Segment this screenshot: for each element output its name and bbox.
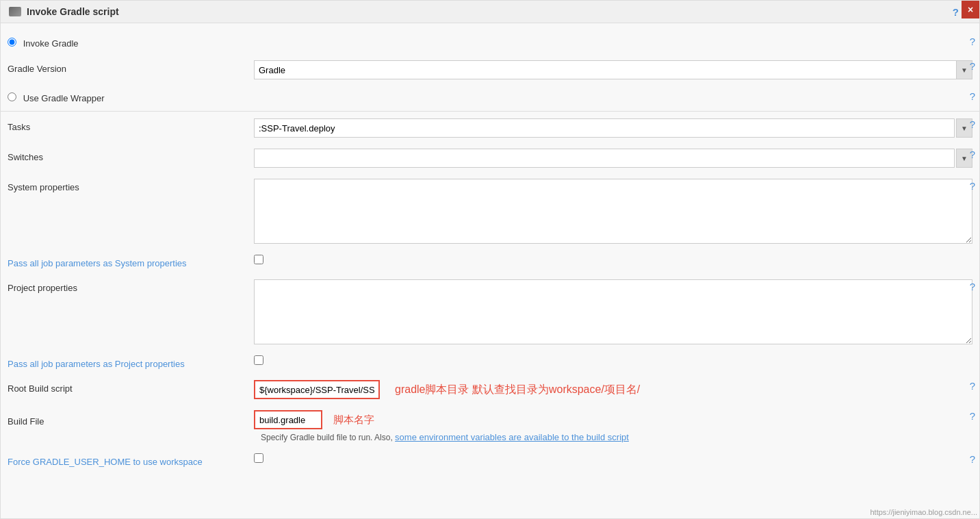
use-gradle-wrapper-label: Use Gradle Wrapper [23, 93, 105, 103]
panel-header: Invoke Gradle script ? × [1, 1, 979, 23]
invoke-gradle-panel: Invoke Gradle script ? × Invoke Gradle ?… [0, 0, 980, 519]
use-gradle-wrapper-row: Use Gradle Wrapper ? [1, 85, 979, 110]
invoke-gradle-row: Invoke Gradle ? [1, 30, 979, 55]
pass-all-system-label: Pass all job parameters as System proper… [8, 258, 187, 268]
root-build-script-label-col: Root Build script [8, 380, 254, 394]
pass-all-project-input-col [254, 355, 972, 365]
project-properties-textarea[interactable] [254, 279, 972, 344]
switches-input[interactable] [254, 149, 955, 168]
tasks-label-col: Tasks [8, 118, 254, 132]
build-file-row: Build File 脚本名字 ? Specify Gradle build f… [1, 405, 979, 448]
form-body: Invoke Gradle ? Gradle Version Gradle ▼ … [1, 23, 979, 479]
tasks-row: Tasks ▼ ? [1, 113, 979, 143]
force-gradle-label: Force GRADLE_USER_HOME to use workspace [8, 457, 203, 467]
gradle-header-icon [9, 7, 21, 16]
tasks-input-col: ▼ [254, 118, 972, 138]
pass-all-system-input-col [254, 255, 972, 264]
force-gradle-checkbox[interactable] [254, 453, 263, 463]
pass-all-system-label-col: Pass all job parameters as System proper… [8, 255, 254, 268]
system-properties-textarea[interactable] [254, 179, 972, 244]
pass-all-project-label: Pass all job parameters as Project prope… [8, 359, 185, 369]
use-gradle-wrapper-help-icon[interactable]: ? [970, 90, 975, 102]
switches-row: Switches ▼ ? [1, 143, 979, 173]
force-gradle-row: Force GRADLE_USER_HOME to use workspace … [1, 448, 979, 472]
project-properties-help-icon[interactable]: ? [970, 281, 975, 292]
invoke-gradle-radio[interactable] [8, 38, 16, 47]
system-properties-label: System properties [8, 182, 79, 192]
gradle-version-select[interactable]: Gradle [254, 60, 972, 79]
root-build-script-help-icon[interactable]: ? [970, 380, 975, 392]
root-build-script-row: Root Build script gradle脚本目录 默认查找目录为work… [1, 375, 979, 405]
watermark: https://jieniyimao.blog.csdn.ne... [870, 508, 977, 516]
force-gradle-label-col: Force GRADLE_USER_HOME to use workspace [8, 453, 254, 467]
build-file-desc: Specify Gradle build file to run. Also, [261, 433, 395, 442]
root-build-script-label: Root Build script [8, 383, 73, 394]
root-build-script-input[interactable] [254, 380, 380, 399]
build-file-main-row: Build File 脚本名字 ? [8, 410, 972, 429]
build-file-annotation: 脚本名字 [333, 414, 374, 427]
tasks-label: Tasks [8, 122, 30, 132]
gradle-version-help-icon[interactable]: ? [970, 60, 975, 72]
system-properties-input-col [254, 179, 972, 244]
build-file-label-col: Build File [8, 413, 254, 427]
panel-title: Invoke Gradle script [27, 6, 119, 17]
close-button[interactable]: × [962, 1, 979, 18]
gradle-version-row: Gradle Version Gradle ▼ ? [1, 55, 979, 85]
system-properties-row: System properties ? [1, 173, 979, 249]
pass-all-project-checkbox[interactable] [254, 355, 263, 365]
build-file-link[interactable]: some environment variables are available… [395, 432, 629, 442]
switches-label: Switches [8, 152, 43, 162]
gradle-version-label-col: Gradle Version [8, 60, 254, 74]
use-gradle-wrapper-radio[interactable] [8, 92, 16, 101]
pass-all-project-row: Pass all job parameters as Project prope… [1, 350, 979, 375]
switches-input-col: ▼ [254, 149, 972, 168]
pass-all-system-row: Pass all job parameters as System proper… [1, 249, 979, 274]
invoke-gradle-label: Invoke Gradle [23, 38, 79, 49]
switches-help-icon[interactable]: ? [970, 149, 975, 160]
gradle-version-label: Gradle Version [8, 64, 66, 74]
root-build-annotation: gradle脚本目录 默认查找目录为workspace/项目名/ [395, 383, 640, 397]
project-properties-row: Project properties ? [1, 274, 979, 350]
tasks-input[interactable] [254, 118, 955, 138]
invoke-gradle-help-icon[interactable]: ? [970, 36, 975, 47]
force-gradle-help-icon[interactable]: ? [970, 453, 975, 465]
build-file-desc-row: Specify Gradle build file to run. Also, … [261, 432, 629, 442]
pass-all-system-checkbox[interactable] [254, 255, 263, 264]
header-help-icon[interactable]: ? [953, 6, 959, 18]
system-properties-help-icon[interactable]: ? [970, 180, 975, 192]
tasks-help-icon[interactable]: ? [970, 118, 975, 130]
invoke-gradle-label-col: Invoke Gradle [8, 34, 254, 49]
root-build-script-input-col: gradle脚本目录 默认查找目录为workspace/项目名/ [254, 380, 972, 399]
build-file-label: Build File [8, 416, 44, 427]
build-file-input[interactable] [254, 410, 322, 429]
system-properties-label-col: System properties [8, 179, 254, 192]
gradle-version-select-wrapper: Gradle ▼ [254, 60, 972, 79]
project-properties-input-col [254, 279, 972, 344]
gradle-version-input-col: Gradle ▼ [254, 60, 972, 79]
project-properties-label-col: Project properties [8, 279, 254, 293]
pass-all-project-label-col: Pass all job parameters as Project prope… [8, 355, 254, 369]
build-file-help-icon[interactable]: ? [970, 410, 975, 422]
project-properties-label: Project properties [8, 283, 77, 293]
build-file-input-col: 脚本名字 [254, 410, 972, 429]
force-gradle-input-col [254, 453, 972, 463]
use-gradle-wrapper-label-col: Use Gradle Wrapper [8, 89, 254, 103]
switches-label-col: Switches [8, 149, 254, 162]
